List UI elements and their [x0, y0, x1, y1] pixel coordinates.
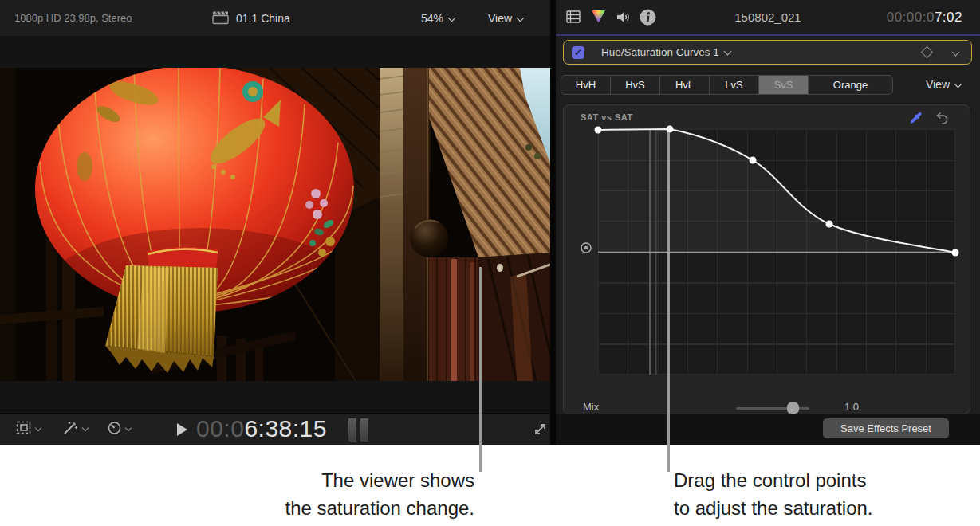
- caption-control-points: Drag the control points to adjust the sa…: [674, 466, 873, 522]
- viewer-canvas: [0, 36, 550, 413]
- audio-meter-left: [348, 418, 356, 442]
- fullscreen-button[interactable]: [533, 422, 548, 440]
- audio-meter-right: [360, 418, 368, 442]
- save-effects-preset-button[interactable]: Save Effects Preset: [823, 418, 949, 438]
- keyframe-diamond-icon[interactable]: [921, 46, 934, 59]
- chevron-down-icon: [448, 14, 456, 22]
- mix-value[interactable]: 1.0: [844, 401, 859, 413]
- inspector-bottom-bar: Save Effects Preset: [556, 414, 980, 445]
- tab-hvs[interactable]: HvS: [611, 76, 660, 94]
- mix-slider[interactable]: [736, 399, 809, 414]
- viewer-timecode[interactable]: 00:06:38:15: [196, 415, 327, 442]
- mix-slider-thumb[interactable]: [787, 402, 799, 414]
- chevron-down-icon: [954, 80, 962, 88]
- curves-view-dropdown[interactable]: View: [926, 75, 961, 93]
- panel-accent-divider: [556, 34, 980, 36]
- tab-orange[interactable]: Orange: [809, 76, 892, 94]
- video-frame-lantern: [0, 68, 550, 381]
- chevron-down-icon: [723, 48, 731, 56]
- viewer-top-bar: 1080p HD 23.98p, Stereo 01.1 China 54% V…: [0, 0, 550, 36]
- eyedropper-icon[interactable]: [909, 111, 925, 130]
- chevron-down-icon: [125, 425, 132, 431]
- magic-wand-icon: [62, 421, 79, 435]
- color-inspector-pane: 150802_021 00:00:07:02 ✓ Hue/Saturation …: [556, 0, 980, 445]
- format-info: 1080p HD 23.98p, Stereo: [14, 12, 132, 24]
- caption-viewer: The viewer shows the saturation change.: [285, 466, 474, 522]
- chevron-down-icon: [35, 424, 41, 430]
- inspector-top-bar: 150802_021 00:00:07:02: [556, 0, 980, 34]
- mix-row: Mix 1.0: [564, 399, 970, 414]
- tab-lvs[interactable]: LvS: [710, 76, 759, 94]
- curve-type-tabs: HvH HvS HvL LvS SvS Orange: [561, 75, 893, 95]
- inspector-timecode: 00:00:07:02: [887, 0, 962, 34]
- chevron-down-icon: [517, 14, 525, 22]
- effect-row-hue-sat-curves[interactable]: ✓ Hue/Saturation Curves 1: [563, 40, 972, 65]
- sat-vs-sat-panel: SAT vs SAT Mix 1.0: [563, 104, 970, 414]
- chevron-down-icon[interactable]: [952, 49, 960, 57]
- fcp-window: 1080p HD 23.98p, Stereo 01.1 China 54% V…: [0, 0, 980, 445]
- reset-curve-icon[interactable]: [935, 112, 949, 128]
- chevron-down-icon: [82, 425, 89, 431]
- tab-hvl[interactable]: HvL: [660, 76, 710, 94]
- play-button[interactable]: [177, 423, 187, 436]
- tab-svs[interactable]: SvS: [759, 76, 809, 94]
- effect-name-dropdown[interactable]: Hue/Saturation Curves 1: [601, 46, 730, 58]
- expand-icon: [533, 422, 548, 437]
- effect-enable-checkbox[interactable]: ✓: [572, 46, 584, 59]
- target-circle-icon[interactable]: [580, 241, 592, 257]
- enhancements-button[interactable]: [62, 421, 88, 435]
- pane-divider[interactable]: [550, 0, 556, 445]
- clapperboard-icon: [212, 10, 229, 28]
- viewer-view-dropdown[interactable]: View: [488, 12, 523, 25]
- callout-line-viewer: [479, 267, 482, 472]
- mix-label: Mix: [583, 401, 599, 413]
- tab-hvh[interactable]: HvH: [561, 76, 611, 94]
- retime-gauge-icon: [107, 421, 122, 435]
- viewer-clip-name: 01.1 China: [236, 12, 290, 25]
- curve-title: SAT vs SAT: [581, 112, 633, 122]
- retime-button[interactable]: [107, 421, 131, 435]
- callout-line-control-points: [667, 132, 670, 472]
- crop-icon: [16, 421, 32, 434]
- viewer-toolbar: 00:06:38:15: [0, 413, 550, 445]
- crop-tools-button[interactable]: [16, 421, 41, 434]
- saturation-curve-grid[interactable]: [598, 129, 955, 375]
- zoom-level-dropdown[interactable]: 54%: [421, 12, 455, 25]
- saturation-curve[interactable]: [598, 129, 955, 375]
- viewer-pane: 1080p HD 23.98p, Stereo 01.1 China 54% V…: [0, 0, 550, 445]
